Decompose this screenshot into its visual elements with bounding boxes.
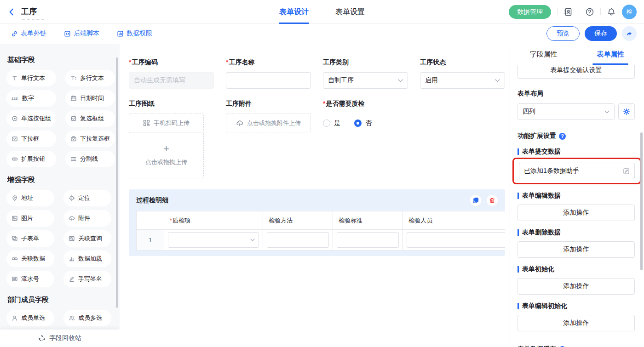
qc-radio-no[interactable]: 否: [354, 119, 372, 127]
field-address[interactable]: 地址: [6, 190, 54, 206]
field-subform[interactable]: 子表单: [6, 230, 54, 247]
submit-confirm-settings-button[interactable]: 表单提交确认设置: [518, 65, 635, 79]
cell-standard: [333, 230, 403, 250]
field-multi-line-text[interactable]: 多行文本: [65, 70, 115, 86]
member-single-icon: [12, 315, 18, 321]
image-icon: [12, 215, 18, 222]
form-canvas: *工序编码 自动生成无需填写 *工序名称 工序类别 自制工序 工序状态: [120, 44, 510, 347]
field-process-status[interactable]: 工序状态 启用: [420, 52, 505, 89]
field-select[interactable]: 下拉框: [6, 131, 56, 147]
process-category-select[interactable]: 自制工序: [323, 72, 408, 89]
chevron-down-icon: [604, 110, 610, 114]
tab-form-design[interactable]: 表单设计: [279, 0, 309, 24]
field-radio-group[interactable]: 单选按钮组: [6, 110, 56, 127]
field-library-sidebar: 基础字段 单行文本 多行文本 123 数字: [0, 44, 120, 347]
form-layout-select[interactable]: 四列: [518, 103, 615, 120]
field-multi-select[interactable]: 下拉复选框: [65, 131, 115, 147]
member-multi-icon: [69, 315, 75, 321]
field-number[interactable]: 123 数字: [6, 90, 56, 107]
divider: [600, 8, 601, 15]
subform-process-check[interactable]: 过程检明细: [129, 189, 505, 256]
number-icon: 123: [12, 95, 19, 102]
process-status-select[interactable]: 启用: [420, 72, 505, 89]
data-permission-link[interactable]: 数据权限: [117, 29, 152, 38]
multi-select-icon: [70, 136, 77, 142]
tab-form-settings[interactable]: 表单设置: [335, 0, 365, 24]
field-attachment[interactable]: 附件: [63, 210, 111, 227]
method-input[interactable]: [267, 232, 329, 248]
field-process-code[interactable]: *工序编码 自动生成无需填写: [129, 52, 214, 89]
help-question-icon[interactable]: ?: [559, 133, 566, 140]
field-checkbox-group[interactable]: 复选框组: [65, 110, 115, 127]
contacts-book-icon[interactable]: [564, 7, 573, 17]
form-layout-label: 表单布局: [518, 90, 635, 98]
plus-icon: +: [163, 144, 169, 154]
help-icon[interactable]: [585, 7, 594, 17]
chevron-down-icon: [250, 239, 255, 241]
section-delete-data-label: 表单删除数据: [518, 228, 635, 237]
process-name-input[interactable]: [226, 72, 311, 89]
sidebar-scrollbar[interactable]: [116, 57, 118, 308]
chevron-down-icon: [398, 79, 403, 82]
data-cache-title: 表单数据缓存 ?: [518, 345, 635, 347]
qc-item-select[interactable]: [168, 232, 259, 248]
section-init-label: 表单初始化: [518, 265, 635, 273]
tab-field-properties[interactable]: 字段属性: [510, 44, 577, 65]
layout-settings-button[interactable]: [618, 103, 635, 120]
backend-script-link[interactable]: 后端脚本: [64, 29, 99, 38]
field-datetime[interactable]: 日期时间: [65, 90, 115, 107]
field-process-category[interactable]: 工序类别 自制工序: [323, 52, 408, 89]
tab-form-properties[interactable]: 表单属性: [577, 44, 644, 65]
form-external-link[interactable]: 表单外链: [11, 29, 46, 38]
datetime-icon: [70, 95, 77, 102]
scan-upload-button[interactable]: 手机扫码上传: [129, 114, 204, 132]
field-related-data[interactable]: 关联数据: [6, 250, 54, 267]
page-title: 工序: [21, 6, 37, 17]
field-process-name[interactable]: *工序名称: [226, 52, 311, 89]
field-data-load[interactable]: 数据加载: [63, 250, 111, 267]
field-image[interactable]: 图片: [6, 210, 54, 227]
copy-subform-button[interactable]: [470, 195, 481, 206]
attachment-upload-button[interactable]: 点击或拖拽附件上传: [226, 114, 311, 132]
field-divider-line[interactable]: 分割线: [65, 151, 115, 167]
extension-settings-title: 功能扩展设置 ?: [518, 132, 635, 140]
field-extend-button[interactable]: 扩展按钮: [6, 151, 56, 167]
save-button[interactable]: 保存: [585, 26, 617, 41]
field-serial-number[interactable]: 流水号: [6, 271, 54, 287]
preview-button[interactable]: 预览: [546, 26, 580, 41]
notification-bell-icon[interactable]: [607, 7, 616, 17]
field-single-line-text[interactable]: 单行文本: [6, 70, 56, 86]
field-member-multi[interactable]: 成员多选: [63, 310, 111, 326]
field-locate[interactable]: 定位: [63, 190, 111, 206]
share-button[interactable]: [622, 26, 637, 41]
qr-code-icon: [143, 119, 150, 126]
related-data-icon: [12, 256, 18, 262]
process-code-input[interactable]: 自动生成无需填写: [129, 72, 214, 89]
drag-upload-area[interactable]: + 点击或拖拽上传: [129, 132, 204, 178]
required-asterisk: *: [226, 58, 228, 66]
edit-data-add-action-button[interactable]: 添加操作: [518, 205, 635, 221]
delete-subform-button[interactable]: [487, 195, 498, 206]
chevron-down-icon: [495, 79, 500, 82]
submit-data-assistant-field[interactable]: 已添加1条数据助手: [519, 163, 635, 179]
field-process-drawing[interactable]: 工序图纸 手机扫码上传 + 点击或拖拽上传: [129, 89, 214, 178]
multi-line-text-icon: [70, 75, 77, 81]
inspector-input[interactable]: [407, 232, 505, 248]
standard-input[interactable]: [337, 232, 399, 248]
user-avatar[interactable]: 检: [622, 5, 637, 19]
data-manage-button[interactable]: 数据管理: [509, 5, 551, 19]
field-process-attachment[interactable]: 工序附件 点击或拖拽附件上传: [226, 89, 311, 178]
edit-init-add-action-button[interactable]: 添加操作: [518, 315, 635, 331]
edit-pencil-icon[interactable]: [623, 168, 630, 175]
panel-scrollbar[interactable]: [640, 132, 643, 270]
delete-data-add-action-button[interactable]: 添加操作: [518, 241, 635, 258]
field-recycle-bin[interactable]: 字段回收站: [0, 330, 120, 347]
header-tabs: 表单设计 表单设置: [279, 0, 365, 24]
field-member-single[interactable]: 成员单选: [6, 310, 54, 326]
back-button[interactable]: [7, 8, 16, 16]
init-add-action-button[interactable]: 添加操作: [518, 278, 635, 295]
qc-radio-yes[interactable]: 是: [323, 119, 340, 127]
field-signature[interactable]: 手写签名: [63, 271, 111, 287]
field-need-qc[interactable]: *是否需要质检 是 否: [323, 89, 505, 178]
field-related-query[interactable]: 关联查询: [63, 230, 111, 247]
